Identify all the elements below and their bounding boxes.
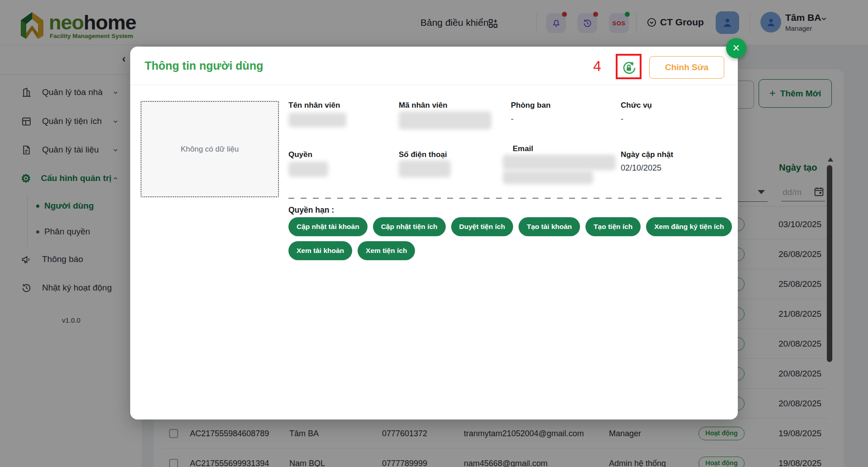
permission-badge: Cập nhật tài khoản [288,217,368,236]
blurred-value [399,111,491,129]
annotation-step-number: 4 [593,58,601,75]
field-label-position: Chức vụ [621,101,652,110]
field-value-updated: 02/10/2025 [621,163,661,173]
field-label-phone: Số điện thoại [399,150,447,159]
permissions-label: Quyền hạn : [288,205,334,215]
permissions-list: Cập nhật tài khoảnCập nhật tiện íchDuyệt… [288,217,743,260]
field-label-employee-name: Tên nhân viên [288,101,340,110]
no-data-label: Không có dữ liệu [181,145,239,154]
permission-badge: Xem đăng ký tiện ích [646,217,732,236]
field-label-department: Phòng ban [511,101,551,110]
annotation-highlight-box [616,54,642,79]
dashed-divider [288,198,726,199]
modal-header-divider [130,85,738,85]
field-label-employee-code: Mã nhân viên [399,101,448,110]
permission-badge: Xem tiện ích [358,241,415,260]
blurred-value [399,160,451,177]
permission-badge: Tạo tiện ích [585,217,641,236]
blurred-value [503,171,593,184]
user-info-modal: Thông tin người dùng Chỉnh Sửa Không có … [130,47,738,419]
edit-button[interactable]: Chỉnh Sửa [649,56,724,79]
modal-close-button[interactable]: × [726,38,746,58]
field-value-department: - [511,114,514,124]
photo-placeholder: Không có dữ liệu [141,101,279,197]
permission-badge: Xem tài khoản [288,241,352,260]
permission-badge: Tạo tài khoản [519,217,580,236]
field-label-email: Email [513,144,533,153]
field-label-updated: Ngày cập nhật [621,150,673,159]
blurred-value [288,162,328,177]
blurred-value [288,113,346,127]
permission-badge: Cập nhật tiện ích [373,217,446,236]
permission-badge: Duyệt tiện ích [451,217,514,236]
field-label-permission: Quyền [288,150,312,159]
field-value-position: - [621,114,623,124]
blurred-value [503,155,616,170]
close-icon: × [733,41,740,55]
modal-title: Thông tin người dùng [145,47,263,85]
